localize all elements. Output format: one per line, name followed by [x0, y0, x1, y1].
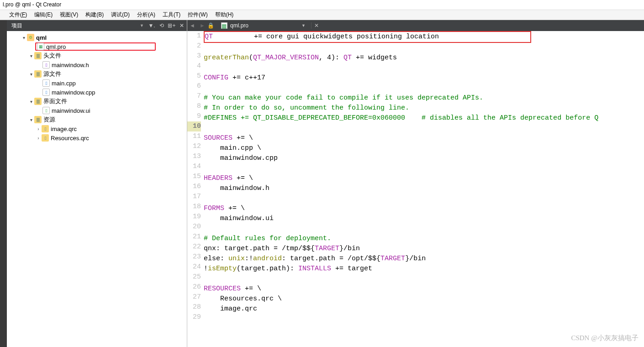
code-editor[interactable]: 1234567891011121314151617181920212223242… [187, 31, 644, 347]
code-line[interactable] [204, 314, 644, 324]
left-mode-strip[interactable] [0, 20, 7, 347]
filter-icon[interactable]: ▼. [147, 21, 157, 30]
tree-file-label: qml.pro [46, 43, 66, 50]
menu-file[interactable]: 文件(F) [5, 10, 31, 20]
tree-file[interactable]: ▯mainwindow.cpp [7, 88, 187, 97]
menu-help[interactable]: 帮助(H) [211, 10, 238, 20]
close-panel-icon[interactable]: ✕ [177, 21, 187, 30]
editor-tab[interactable]: ▦ qml.pro ▼ ✕ [216, 22, 327, 29]
code-line[interactable]: RESOURCES += \ [204, 284, 644, 294]
editor-area: ◄ ► 🔒 ▦ qml.pro ▼ ✕ 12345678910111213141… [187, 20, 644, 347]
file-icon: ▯ [42, 125, 49, 132]
sidebar-title[interactable]: 项目 [11, 22, 140, 30]
file-icon: ▯ [42, 134, 49, 142]
code-line[interactable]: # You can make your code fail to compile… [204, 93, 644, 103]
code-line[interactable]: else: unix:!android: target.path = /opt/… [204, 254, 644, 264]
window-title: l.pro @ qml - Qt Creator [0, 0, 644, 10]
code-line[interactable] [204, 194, 644, 204]
line-number: 9 [187, 111, 201, 121]
tab-close-icon[interactable]: ✕ [311, 22, 322, 29]
tree-group[interactable]: ▾▇源文件 [7, 69, 187, 79]
tree-file[interactable]: ›▯Resources.qrc [7, 133, 187, 142]
line-number: 29 [187, 312, 201, 322]
code-line[interactable] [204, 43, 644, 53]
code-line[interactable] [204, 274, 644, 284]
menu-debug[interactable]: 调试(D) [107, 10, 133, 20]
tab-filename: qml.pro [230, 22, 248, 29]
code-line[interactable]: # In order to do so, uncomment the follo… [204, 103, 644, 113]
lock-icon[interactable]: 🔒 [207, 22, 216, 29]
folder-icon: ▇ [34, 98, 42, 105]
code-line[interactable]: image.qrc [204, 304, 644, 314]
file-icon: ▯ [42, 61, 50, 68]
line-number: 16 [187, 182, 201, 192]
line-number: 3 [187, 51, 201, 61]
code-line[interactable] [204, 83, 644, 93]
menu-bar: 文件(F) 编辑(E) 视图(V) 构建(B) 调试(D) 分析(A) 工具(T… [0, 10, 644, 20]
code-line[interactable]: mainwindow.h [204, 184, 644, 194]
tree-file-label: mainwindow.h [52, 62, 89, 68]
chevron-down-icon[interactable]: ▼ [301, 23, 306, 28]
code-line[interactable]: CONFIG += c++17 [204, 73, 644, 83]
line-number: 24 [187, 262, 201, 272]
project-tree[interactable]: ▾⚙ qml ▦ qml.pro ▾▇头文件▯mainwindow.h▾▇源文件… [7, 31, 187, 347]
menu-edit[interactable]: 编辑(E) [31, 10, 56, 20]
tree-group[interactable]: ▾▇资源 [7, 115, 187, 124]
menu-widgets[interactable]: 控件(W) [184, 10, 211, 20]
code-line[interactable]: mainwindow.ui [204, 214, 644, 224]
code-line[interactable] [204, 123, 644, 133]
code-line[interactable]: # Default rules for deployment. [204, 234, 644, 244]
menu-build[interactable]: 构建(B) [82, 10, 107, 20]
tree-group-label: 界面文件 [43, 97, 67, 105]
line-number: 20 [187, 222, 201, 232]
folder-icon: ▇ [34, 116, 42, 123]
tree-root[interactable]: ▾⚙ qml [7, 33, 187, 42]
code-line[interactable]: !isEmpty(target.path): INSTALLS += targe… [204, 264, 644, 274]
sync-icon[interactable]: ⟲ [157, 21, 167, 30]
code-line[interactable]: QT += core gui quickwidgets positioning … [204, 31, 644, 43]
code-line[interactable]: mainwindow.cpp [204, 153, 644, 163]
code-line[interactable]: HEADERS += \ [204, 174, 644, 184]
code-line[interactable] [204, 224, 644, 234]
file-icon: ▯ [42, 107, 50, 114]
tree-group[interactable]: ▾▇界面文件 [7, 97, 187, 106]
line-number: 12 [187, 142, 201, 152]
menu-view[interactable]: 视图(V) [56, 10, 82, 20]
code-line[interactable]: qnx: target.path = /tmp/$${TARGET}/bin [204, 244, 644, 254]
code-line[interactable] [204, 63, 644, 73]
code-line[interactable]: greaterThan(QT_MAJOR_VERSION, 4): QT += … [204, 53, 644, 63]
tree-file-label: mainwindow.cpp [52, 89, 95, 96]
line-number: 13 [187, 152, 201, 162]
code-line[interactable] [204, 163, 644, 174]
line-number: 28 [187, 302, 201, 312]
line-number: 5 [187, 71, 201, 81]
line-number: 22 [187, 242, 201, 252]
file-icon: ▯ [42, 79, 50, 87]
menu-analyze[interactable]: 分析(A) [133, 10, 159, 20]
code-line[interactable]: FORMS += \ [204, 204, 644, 214]
line-number: 17 [187, 192, 201, 202]
project-sidebar: 项目 ▼ ▼. ⟲ ⊞+ ✕ ▾⚙ qml ▦ qml.pro ▾▇头文件▯ma… [7, 20, 187, 347]
tree-file[interactable]: ▯mainwindow.ui [7, 106, 187, 115]
tree-file[interactable]: ▯main.cpp [7, 79, 187, 88]
code-line[interactable]: #DEFINES += QT_DISABLE_DEPRECATED_BEFORE… [204, 113, 644, 123]
tree-root-label: qml [36, 34, 47, 41]
split-icon[interactable]: ⊞+ [167, 21, 177, 30]
nav-back-icon[interactable]: ◄ [187, 22, 197, 29]
line-number: 21 [187, 232, 201, 242]
sidebar-header: 项目 ▼ ▼. ⟲ ⊞+ ✕ [7, 20, 187, 31]
tree-file[interactable]: ›▯image.qrc [7, 124, 187, 133]
nav-fwd-icon[interactable]: ► [197, 22, 207, 29]
code-line[interactable]: Resources.qrc \ [204, 294, 644, 304]
tree-file-qmlpro[interactable]: ▦ qml.pro [7, 42, 187, 51]
tree-group[interactable]: ▾▇头文件 [7, 51, 187, 60]
chevron-down-icon[interactable]: ▼ [140, 23, 144, 28]
line-number: 4 [187, 61, 201, 71]
line-number: 15 [187, 172, 201, 182]
code-line[interactable]: SOURCES += \ [204, 133, 644, 143]
tree-file[interactable]: ▯mainwindow.h [7, 60, 187, 69]
line-number: 23 [187, 252, 201, 262]
folder-icon: ▇ [34, 52, 42, 59]
menu-tools[interactable]: 工具(T) [159, 10, 184, 20]
code-line[interactable]: main.cpp \ [204, 143, 644, 153]
